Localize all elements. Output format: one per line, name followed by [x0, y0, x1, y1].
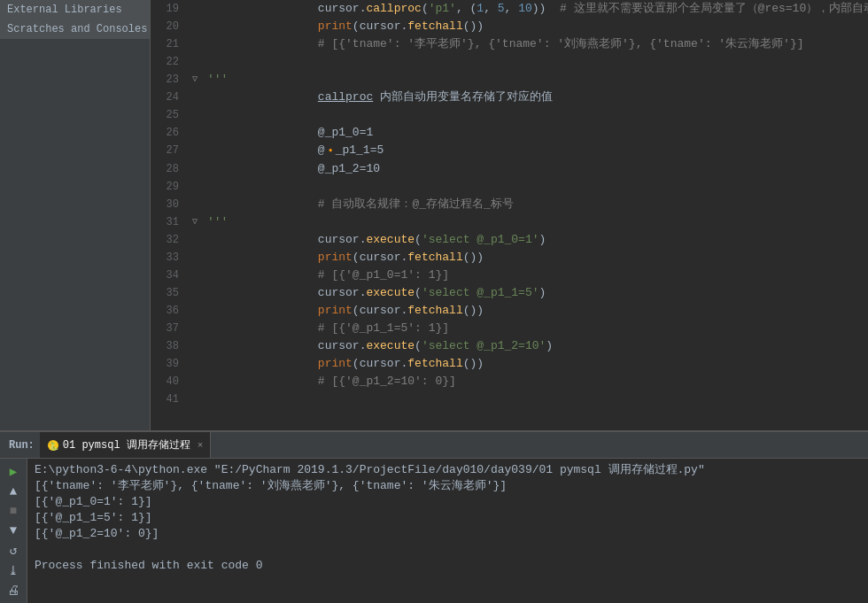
code-line: 29 — [151, 178, 868, 196]
line-number: 32 — [151, 231, 186, 249]
line-number: 24 — [151, 89, 186, 106]
line-number: 33 — [151, 249, 186, 267]
line-number: 20 — [151, 18, 186, 35]
line-number: 35 — [151, 284, 186, 302]
line-content — [204, 53, 868, 71]
output-line: [{'@_p1_1=5': 1}] — [35, 510, 861, 526]
code-line: 38 cursor.execute('select @_p1_2=10') — [151, 337, 868, 355]
line-number: 37 — [151, 320, 186, 337]
line-content: cursor.execute('select @_p1_2=10') — [204, 337, 868, 355]
bottom-panel: Run: 🐍 01 pymsql 调用存储过程 × ▶ ▲ ■ ▼ ↺ ⤓ 🖨 … — [0, 430, 868, 603]
line-content: # [{'tname': '李平老师'}, {'tname': '刘海燕老师'}… — [204, 35, 868, 53]
line-number: 39 — [151, 355, 186, 373]
code-line: 32 cursor.execute('select @_p1_0=1') — [151, 231, 868, 249]
gutter-icon: ▽ — [186, 213, 204, 231]
output-line: Process finished with exit code 0 — [35, 558, 861, 574]
line-content: # [{'@_p1_1=5': 1}] — [204, 320, 868, 337]
line-number: 40 — [151, 373, 186, 390]
output-line: [{'@_p1_0=1': 1}] — [35, 494, 861, 510]
line-number: 30 — [151, 196, 186, 213]
python-icon: 🐍 — [47, 439, 59, 452]
line-content: ''' — [204, 71, 868, 89]
code-line: 30 # 自动取名规律：@_存储过程名_标号 — [151, 196, 868, 213]
print-button[interactable]: 🖨 — [4, 582, 23, 599]
run-tab-active[interactable]: 🐍 01 pymsql 调用存储过程 × — [40, 432, 212, 458]
output-line: [{'@_p1_2=10': 0}] — [35, 526, 861, 542]
up-button[interactable]: ▲ — [4, 482, 23, 499]
line-number: 22 — [151, 53, 186, 71]
run-tabs: Run: 🐍 01 pymsql 调用存储过程 × — [0, 432, 868, 459]
line-number: 27 — [151, 142, 186, 159]
line-content: cursor.execute('select @_p1_0=1') — [204, 231, 868, 249]
code-line: 36 print(cursor.fetchall()) — [151, 302, 868, 320]
sidebar-item-scratches-consoles[interactable]: Scratches and Consoles — [0, 19, 150, 39]
code-line: 20 print(cursor.fetchall()) — [151, 18, 868, 35]
code-line: 34 # [{'@_p1_0=1': 1}] — [151, 267, 868, 284]
sidebar-item-external-libraries[interactable]: External Libraries — [0, 0, 150, 19]
line-number: 28 — [151, 160, 186, 178]
line-number: 36 — [151, 302, 186, 320]
play-button[interactable]: ▶ — [4, 462, 23, 480]
code-line: 37 # [{'@_p1_1=5': 1}] — [151, 320, 868, 337]
run-content[interactable]: E:\python3-6-4\python.exe "E:/PyCharm 20… — [27, 459, 868, 603]
line-content: callproc 内部自动用变量名存储了对应的值 — [204, 89, 868, 106]
line-number: 25 — [151, 106, 186, 124]
line-content: print(cursor.fetchall()) — [204, 355, 868, 373]
line-content: # 自动取名规律：@_存储过程名_标号 — [204, 196, 868, 213]
code-line: 22 — [151, 53, 868, 71]
code-line: 41 — [151, 390, 868, 408]
code-line: 35 cursor.execute('select @_p1_1=5') — [151, 284, 868, 302]
line-content: @🔸_p1_1=5 — [204, 142, 868, 160]
line-content: print(cursor.fetchall()) — [204, 18, 868, 35]
run-toolbar: ▶ ▲ ■ ▼ ↺ ⤓ 🖨 — [0, 459, 27, 603]
editor-area[interactable]: 19 cursor.callproc('p1', (1, 5, 10)) # 这… — [151, 0, 868, 430]
line-content: print(cursor.fetchall()) — [204, 249, 868, 267]
code-line: 40 # [{'@_p1_2=10': 0}] — [151, 373, 868, 390]
line-content: cursor.execute('select @_p1_1=5') — [204, 284, 868, 302]
code-line: 21 # [{'tname': '李平老师'}, {'tname': '刘海燕老… — [151, 35, 868, 53]
line-number: 23 — [151, 71, 186, 89]
line-content: # [{'@_p1_0=1': 1}] — [204, 267, 868, 284]
line-content — [204, 390, 868, 408]
line-content: print(cursor.fetchall()) — [204, 302, 868, 320]
code-line: 39 print(cursor.fetchall()) — [151, 355, 868, 373]
gutter-icon: ▽ — [186, 71, 204, 89]
line-number: 19 — [151, 0, 186, 18]
run-label: Run: — [4, 439, 40, 452]
run-tab-close[interactable]: × — [198, 440, 204, 451]
code-line: 27 @🔸_p1_1=5 — [151, 142, 868, 160]
run-panel-inner: ▶ ▲ ■ ▼ ↺ ⤓ 🖨 E:\python3-6-4\python.exe … — [0, 459, 868, 603]
sidebar: External Libraries Scratches and Console… — [0, 0, 151, 430]
import-button[interactable]: ⤓ — [4, 561, 23, 579]
stop-button[interactable]: ■ — [4, 502, 23, 520]
code-line: 19 cursor.callproc('p1', (1, 5, 10)) # 这… — [151, 0, 868, 18]
main-area: External Libraries Scratches and Console… — [0, 0, 868, 430]
line-content: ''' — [204, 213, 868, 231]
line-content: # [{'@_p1_2=10': 0}] — [204, 373, 868, 390]
line-number: 29 — [151, 178, 186, 196]
rerun-button[interactable]: ↺ — [4, 542, 23, 560]
line-number: 31 — [151, 213, 186, 231]
line-content: @_p1_0=1 — [204, 124, 868, 142]
output-line: E:\python3-6-4\python.exe "E:/PyCharm 20… — [35, 462, 861, 478]
code-line: 28 @_p1_2=10 — [151, 160, 868, 178]
code-line: 26 @_p1_0=1 — [151, 124, 868, 142]
line-content: cursor.callproc('p1', (1, 5, 10)) # 这里就不… — [204, 0, 868, 18]
code-line: 31▽''' — [151, 213, 868, 231]
run-tab-label: 01 pymsql 调用存储过程 — [63, 437, 190, 452]
svg-text:🐍: 🐍 — [48, 441, 58, 452]
line-content — [204, 106, 868, 124]
code-content: 19 cursor.callproc('p1', (1, 5, 10)) # 这… — [151, 0, 868, 408]
down-button[interactable]: ▼ — [4, 522, 23, 539]
output-line — [35, 542, 861, 558]
line-number: 26 — [151, 124, 186, 142]
code-line: 24 callproc 内部自动用变量名存储了对应的值 — [151, 89, 868, 106]
line-content — [204, 178, 868, 196]
code-line: 33 print(cursor.fetchall()) — [151, 249, 868, 267]
line-number: 41 — [151, 390, 186, 408]
code-line: 23▽''' — [151, 71, 868, 89]
code-line: 25 — [151, 106, 868, 124]
line-number: 21 — [151, 35, 186, 53]
output-line: [{'tname': '李平老师'}, {'tname': '刘海燕老师'}, … — [35, 478, 861, 494]
line-content: @_p1_2=10 — [204, 160, 868, 178]
